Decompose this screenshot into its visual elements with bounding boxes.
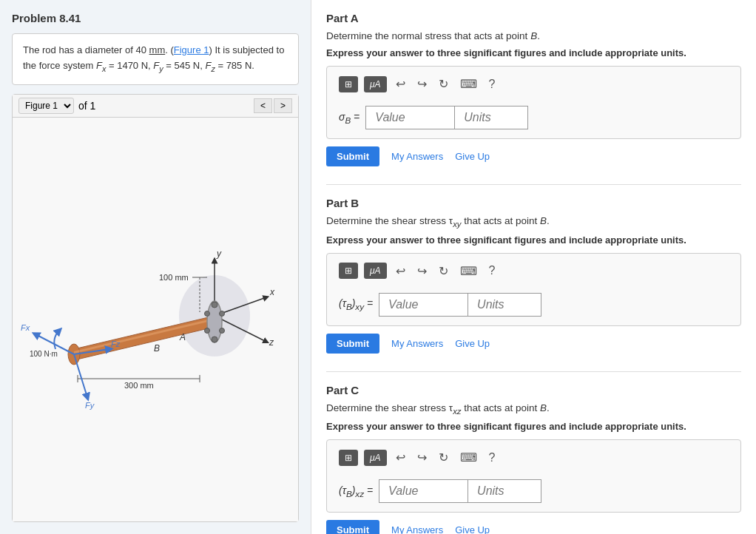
part-b-give-up-link[interactable]: Give Up (455, 338, 490, 349)
part-c-submit-button[interactable]: Submit (326, 520, 379, 534)
part-b-instruction: Express your answer to three significant… (326, 234, 741, 246)
figure-next-button[interactable]: > (274, 98, 292, 113)
svg-text:y: y (216, 249, 222, 259)
part-c-input-row: (τB)xz = (339, 479, 729, 503)
part-a-submit-button[interactable]: Submit (326, 146, 379, 166)
part-b-toolbar: ⊞ μA ↩ ↪ ↻ ⌨ ? (339, 263, 729, 285)
mu-button-a[interactable]: μA (364, 76, 387, 92)
redo-button-a[interactable]: ↪ (414, 75, 430, 92)
figure-of-label: of 1 (78, 100, 95, 112)
part-c-toolbar: ⊞ μA ↩ ↪ ↻ ⌨ ? (339, 449, 729, 472)
statement-text: The rod has a diameter of 40 mm. (Figure… (23, 44, 284, 71)
part-c-instruction: Express your answer to three significant… (326, 421, 741, 432)
mu-button-c[interactable]: μA (364, 450, 387, 466)
mu-button-b[interactable]: μA (364, 263, 387, 279)
svg-line-28 (74, 354, 87, 397)
svg-point-15 (220, 311, 225, 316)
keyboard-button-a[interactable]: ⌨ (457, 75, 480, 92)
part-a-toolbar: ⊞ μA ↩ ↪ ↻ ⌨ ? (339, 75, 729, 98)
part-a-input-row: σB = (339, 106, 729, 129)
part-a-instruction: Express your answer to three significant… (326, 47, 741, 58)
figure-link[interactable]: Figure 1 (174, 44, 209, 55)
svg-text:300 mm: 300 mm (124, 381, 154, 390)
problem-title: Problem 8.41 (12, 12, 299, 24)
svg-text:z: z (269, 337, 274, 348)
help-button-a[interactable]: ? (486, 76, 499, 92)
redo-button-c[interactable]: ↪ (414, 449, 430, 466)
part-c-units-input[interactable] (468, 479, 541, 503)
part-a-label: σB = (339, 111, 360, 125)
undo-button-a[interactable]: ↩ (393, 75, 408, 92)
refresh-button-b[interactable]: ↻ (436, 263, 451, 280)
svg-text:Fz: Fz (111, 339, 121, 348)
part-a-section: Part A Determine the normal stress that … (326, 12, 741, 166)
svg-point-11 (212, 302, 217, 308)
part-c-title: Part C (326, 384, 741, 396)
refresh-button-c[interactable]: ↻ (436, 449, 451, 466)
part-b-section: Part B Determine the shear stress τxy th… (326, 197, 741, 354)
grid-button-a[interactable]: ⊞ (339, 76, 358, 92)
svg-point-14 (205, 328, 210, 333)
part-a-title: Part A (326, 12, 741, 24)
part-a-units-input[interactable] (454, 106, 528, 129)
svg-text:Fx: Fx (21, 323, 30, 332)
figure-container: Figure 1 of 1 < > x y (12, 94, 299, 522)
part-a-give-up-link[interactable]: Give Up (455, 151, 490, 162)
undo-button-b[interactable]: ↩ (393, 263, 408, 280)
part-b-label: (τB)xy = (339, 297, 373, 311)
part-c-value-input[interactable] (379, 479, 468, 503)
part-b-action-row: Submit My Answers Give Up (326, 334, 741, 354)
figure-prev-button[interactable]: < (254, 98, 272, 113)
svg-point-13 (205, 311, 210, 316)
part-b-description: Determine the shear stress τxy that acts… (326, 215, 741, 229)
part-b-title: Part B (326, 197, 741, 209)
figure-body: x y z (13, 118, 298, 521)
part-b-submit-button[interactable]: Submit (326, 334, 379, 354)
right-panel: Part A Determine the normal stress that … (311, 0, 756, 534)
figure-nav: < > (254, 98, 292, 113)
part-a-my-answers-link[interactable]: My Answers (391, 151, 443, 162)
help-button-b[interactable]: ? (486, 263, 499, 279)
grid-button-b[interactable]: ⊞ (339, 263, 358, 279)
part-c-my-answers-link[interactable]: My Answers (391, 524, 443, 534)
svg-text:Fy: Fy (85, 401, 95, 410)
part-b-input-row: (τB)xy = (339, 293, 729, 317)
part-c-description: Determine the shear stress τxz that acts… (326, 402, 741, 416)
part-b-value-input[interactable] (379, 293, 468, 317)
figure-svg: x y z (15, 220, 296, 419)
divider-ab (326, 184, 741, 185)
keyboard-button-b[interactable]: ⌨ (457, 263, 480, 280)
part-b-units-input[interactable] (468, 293, 541, 317)
part-b-answer-box: ⊞ μA ↩ ↪ ↻ ⌨ ? (τB)xy = (326, 253, 741, 326)
part-a-description: Determine the normal stress that acts at… (326, 30, 741, 41)
svg-point-12 (212, 337, 217, 342)
part-a-value-input[interactable] (365, 106, 454, 129)
problem-statement: The rod has a diameter of 40 mm. (Figure… (12, 33, 299, 85)
part-c-give-up-link[interactable]: Give Up (455, 524, 490, 534)
grid-button-c[interactable]: ⊞ (339, 450, 358, 466)
figure-header: Figure 1 of 1 < > (13, 95, 298, 118)
part-c-action-row: Submit My Answers Give Up (326, 520, 741, 534)
refresh-button-a[interactable]: ↻ (436, 75, 451, 92)
part-c-answer-box: ⊞ μA ↩ ↪ ↻ ⌨ ? (τB)xz = (326, 439, 741, 513)
part-a-action-row: Submit My Answers Give Up (326, 146, 741, 166)
svg-text:x: x (269, 287, 275, 297)
left-panel: Problem 8.41 The rod has a diameter of 4… (0, 0, 311, 534)
svg-text:100 mm: 100 mm (159, 273, 189, 282)
svg-text:100 N·m: 100 N·m (30, 350, 58, 358)
svg-text:B: B (154, 343, 160, 354)
svg-point-16 (220, 328, 225, 333)
undo-button-c[interactable]: ↩ (393, 449, 408, 466)
divider-bc (326, 371, 741, 372)
figure-select[interactable]: Figure 1 (18, 98, 74, 114)
part-c-section: Part C Determine the shear stress τxz th… (326, 384, 741, 534)
part-c-label: (τB)xz = (339, 484, 373, 498)
keyboard-button-c[interactable]: ⌨ (457, 449, 480, 466)
help-button-c[interactable]: ? (486, 450, 499, 466)
part-b-my-answers-link[interactable]: My Answers (391, 338, 443, 349)
svg-text:A: A (179, 332, 186, 342)
redo-button-b[interactable]: ↪ (414, 263, 430, 280)
part-a-answer-box: ⊞ μA ↩ ↪ ↻ ⌨ ? σB = (326, 66, 741, 139)
